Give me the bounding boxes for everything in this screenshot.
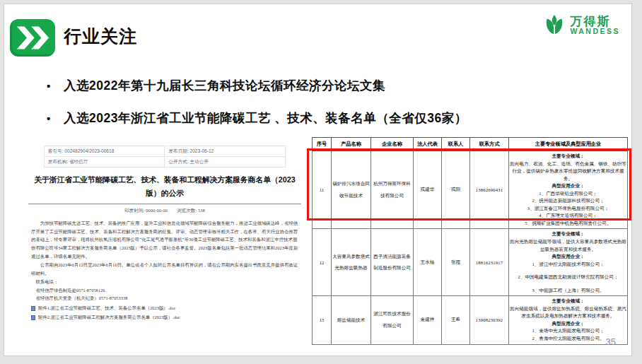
logo-name-en: WANDESS <box>570 28 620 35</box>
wandess-logo: 万得斯 WANDESS <box>542 13 620 37</box>
cell-phone: 18816231917 <box>470 229 509 296</box>
doc-contact-label: 联系电话： <box>31 278 298 286</box>
cell-legal: 戎建华 <box>414 151 442 229</box>
doc-phone-2: 省经信厅机关党委（机关纪委）0571-87053338 <box>31 294 298 303</box>
domain-text: 面向储能领域，提供熔盐加热系统、熔盐储热系统、蒸汽发生系统以及电加热器解决方案和… <box>510 305 626 320</box>
app-company: 5、抚顺矿业集团中机热电有限责任公司。 <box>510 220 626 228</box>
col-product: 产品名称 <box>332 138 371 151</box>
domain-label: 主要专业领域： <box>510 153 626 160</box>
cell-phone: 13908230392 <box>470 296 509 344</box>
app-company: 1、广西华银铝业有限公司； <box>510 190 626 198</box>
cell-domain-detail: 主要专业领域： 面向光热熔盐储能等领域，提供大容量高参数塔式光热熔盐吸热器装置和… <box>509 229 628 296</box>
bullet-text-2: 入选2023年浙江省工业节能降碳工艺 、技术、装备名单（全省仅36家） <box>64 111 467 125</box>
suppliers-table: 序号 产品名称 企业名称 法人代表 联系人 联系方式 主要专业领域及典型应用企业… <box>312 137 628 345</box>
cell-domain-detail: 主要专业领域： 面向电力、石油、化工、造纸、有色金属、钢铁、纺织等行业，提供锅炉… <box>509 151 628 229</box>
app-background: 行业关注 万得斯 WANDESS •入选2022年第十九届长三角科技论坛循环经济… <box>0 0 642 364</box>
apps-label: 典型应用企业： <box>510 182 626 190</box>
app-company: 2、中国电建集团西北勘测设计研究院有限公司； <box>510 274 626 281</box>
cell-no: 11 <box>313 151 332 229</box>
doc-paragraph-1: 为加快节能降碳先进工艺、技术、装备的推广应用，提升工业和信息化领域节能降碳综合服… <box>31 219 298 261</box>
bullet-text-1: 入选2022年第十九届长三角科技论坛循环经济分论坛文集 <box>64 78 385 93</box>
app-company: 1、浙江中控太阳能技术有限公司； <box>510 261 626 269</box>
doc-agency: 发布机构: 省经信厅 <box>44 157 165 168</box>
cell-phone: 13862690431 <box>470 151 509 229</box>
col-company: 企业名称 <box>371 138 414 151</box>
col-domain: 主要专业领域及典型应用企业 <box>509 138 628 151</box>
col-no: 序号 <box>313 138 332 151</box>
chevron-right-icon <box>15 24 50 52</box>
app-company: 4、广东理文造纸有限公司； <box>510 212 626 220</box>
attachment-1-label: 附件1.浙江省工业节能降碳工艺、技术、装备公示名单（2023版）.doc <box>38 305 176 312</box>
highlight-bullets: •入选2022年第十九届长三角科技论坛循环经济分论坛文集 •入选2023年浙江省… <box>47 77 467 142</box>
app-company: 3、浙江富春江环保热电股份有限公司； <box>510 205 626 213</box>
domain-label: 主要专业领域： <box>510 298 626 305</box>
bullet-dot: • <box>47 80 64 92</box>
col-legal: 法人代表 <box>414 138 442 151</box>
logo-name-cn: 万得斯 <box>570 16 620 28</box>
cell-company: 西子清洁能源装备制造股份有限公司 <box>371 229 414 296</box>
bullet-dot: • <box>47 112 64 124</box>
cell-product: 熔盐储能技术 <box>332 296 371 344</box>
doc-title: 关于浙江省工业节能降碳工艺、技术、装备和工程解决方案服务商名单（2023版）的公… <box>28 173 301 204</box>
page-title: 行业关注 <box>64 25 137 48</box>
cell-product: 锅炉排污水综合回收节能技术 <box>332 151 371 229</box>
col-phone: 联系方式 <box>470 138 509 151</box>
cell-no: 12 <box>313 229 332 296</box>
apps-label: 典型应用企业： <box>510 253 626 261</box>
cell-contact: 张霞 <box>442 229 470 296</box>
cell-contact: 戎阳 <box>442 151 470 229</box>
app-company: 2、抚州能达新能源科技有限公司； <box>510 197 626 205</box>
gov-notice-document: 索引号: 002482904/2023-00618 发布日期: 2023-06-… <box>24 140 305 332</box>
domain-label: 主要专业领域： <box>510 230 626 238</box>
app-company: 3、中能源工程（上海）有限公司。 <box>510 287 626 295</box>
doc-file-icon <box>31 315 35 320</box>
doc-index-no: 索引号: 002482904/2023-00618 <box>44 146 165 157</box>
cell-product: 大容量高参数塔式光热熔盐吸热器 <box>332 229 371 296</box>
table-header-row: 序号 产品名称 企业名称 法人代表 联系人 联系方式 主要专业领域及典型应用企业 <box>313 138 628 151</box>
cell-no: 13 <box>313 296 332 344</box>
table-row-12: 12 大容量高参数塔式光热熔盐吸热器 西子清洁能源装备制造股份有限公司 王水福 … <box>313 229 628 296</box>
doc-meta: 印发时间: 0000-00-00 浏览次数: 538 <box>24 208 305 214</box>
app-company: 1、金塔中光太阳能发电有限公司； <box>510 327 626 335</box>
bullet-item-2: •入选2023年浙江省工业节能降碳工艺 、技术、装备名单（全省仅36家） <box>47 110 467 127</box>
slide-canvas: 行业关注 万得斯 WANDESS •入选2022年第十九届长三角科技论坛循环经济… <box>4 4 632 356</box>
cell-contact: 王希 <box>442 296 470 344</box>
attachment-2-label: 附件2.浙江省工业节能降碳工程解决方案服务商公示名单（2023版）.doc <box>38 315 180 321</box>
doc-info-table: 索引号: 002482904/2023-00618 发布日期: 2023-06-… <box>44 146 286 168</box>
cell-legal: 金建祥 <box>414 296 442 344</box>
col-contact: 联系人 <box>442 138 470 151</box>
table-row-11: 11 锅炉排污水综合回收节能技术 杭州万得斯环保科技有限公司 戎建华 戎阳 13… <box>313 151 628 229</box>
attachment-link-2[interactable]: 附件2.浙江省工业节能降碳工程解决方案服务商公示名单（2023版）.doc <box>31 315 298 321</box>
cell-company: 杭州万得斯环保科技有限公司 <box>371 151 414 229</box>
doc-paragraph-2: 公示期自2023年6月12日至2023年6月16日。单位或者个人如对公示名单持有… <box>31 261 298 278</box>
suppliers-table-panel: 序号 产品名称 企业名称 法人代表 联系人 联系方式 主要专业领域及典型应用企业… <box>312 137 627 345</box>
domain-text: 面向电力、石油、化工、造纸、有色金属、钢铁、纺织等行业，提供锅炉余热废水零排放回… <box>510 160 626 183</box>
bullet-item-1: •入选2022年第十九届长三角科技论坛循环经济分论坛文集 <box>47 77 467 94</box>
attachment-link-1[interactable]: 附件1.浙江省工业节能降碳工艺、技术、装备公示名单（2023版）.doc <box>31 305 298 312</box>
cell-legal: 王水福 <box>414 229 442 296</box>
wandess-logo-text: 万得斯 WANDESS <box>570 16 620 36</box>
apps-label: 典型应用企业： <box>510 320 626 328</box>
double-chevron-icon <box>10 19 55 57</box>
doc-publish-date: 发布日期: 2023-06-12 <box>165 146 286 157</box>
cell-company: 浙江可胜技术股份有限公司 <box>371 296 414 344</box>
doc-file-icon <box>31 306 35 311</box>
doc-phone-1: 省经信厅绿色制造处0571-87058126 <box>31 286 298 295</box>
page-number: 35 <box>606 336 616 347</box>
table-row-13: 13 熔盐储能技术 浙江可胜技术股份有限公司 金建祥 王希 1390823039… <box>313 296 628 344</box>
domain-text: 面向光热熔盐储能等领域，提供大容量高参数塔式光热熔盐吸热器装置和技术服务。 <box>510 238 626 253</box>
wandess-plant-icon <box>542 13 566 37</box>
doc-publicity: 公开方式: 主动公开 <box>165 157 286 168</box>
